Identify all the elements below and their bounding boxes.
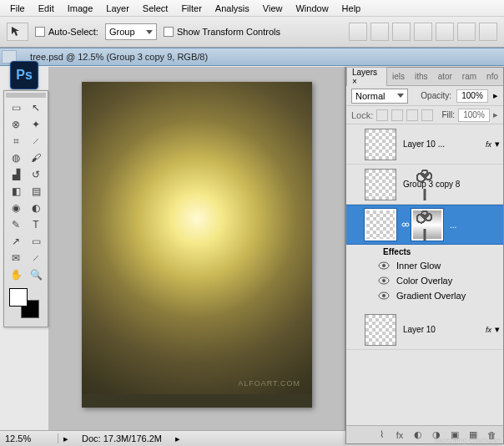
link-layers-icon[interactable]: ⌇ xyxy=(375,428,388,442)
tab-info[interactable]: nfo xyxy=(481,72,503,81)
menu-file[interactable]: File xyxy=(3,3,32,13)
chevron-down-icon[interactable]: ▾ xyxy=(493,324,501,335)
lock-pixels-icon[interactable] xyxy=(391,109,403,121)
svg-point-5 xyxy=(382,279,386,282)
menu-select[interactable]: Select xyxy=(136,3,175,13)
slice-tool-icon[interactable]: ⟋ xyxy=(26,133,46,150)
layer-list: Layer 10 ... fx ▾ Group 3 copy 8 ... Eff… xyxy=(346,124,503,425)
align-icon[interactable] xyxy=(370,23,389,41)
group-select[interactable]: Group xyxy=(105,23,157,40)
eye-icon[interactable] xyxy=(378,260,390,271)
heal-tool-icon[interactable]: ◍ xyxy=(6,150,26,166)
layer-name[interactable]: Layer 10 ... xyxy=(400,139,484,149)
effect-row[interactable]: Color Overlay xyxy=(346,273,503,288)
menu-help[interactable]: Help xyxy=(335,3,368,13)
marquee-tool-icon[interactable]: ▭ xyxy=(6,99,26,116)
blend-mode-select[interactable]: Normal xyxy=(351,89,408,104)
tab-navigator[interactable]: ator xyxy=(433,72,457,81)
gradient-tool-icon[interactable]: ▤ xyxy=(26,183,46,200)
layer-row-selected[interactable]: ... xyxy=(346,205,503,245)
notes-tool-icon[interactable]: ✉ xyxy=(6,250,26,266)
lasso-tool-icon[interactable]: ⊗ xyxy=(6,116,26,133)
menu-filter[interactable]: Filter xyxy=(174,3,208,13)
eye-icon[interactable] xyxy=(378,275,390,286)
crop-tool-icon[interactable]: ⌗ xyxy=(6,133,26,150)
lock-position-icon[interactable] xyxy=(406,109,418,121)
show-transform-checkbox[interactable] xyxy=(164,27,174,37)
menu-edit[interactable]: Edit xyxy=(32,3,61,13)
show-transform-label: Show Transform Controls xyxy=(177,27,280,37)
layer-row[interactable]: Layer 10 fx ▾ xyxy=(346,310,503,350)
tab-paths[interactable]: iths xyxy=(410,72,433,81)
opacity-field[interactable]: 100% xyxy=(456,89,488,103)
visibility-toggle[interactable] xyxy=(349,139,360,150)
eraser-tool-icon[interactable]: ◧ xyxy=(6,183,26,200)
align-icon[interactable] xyxy=(414,23,432,41)
history-brush-icon[interactable]: ↺ xyxy=(26,166,46,183)
align-icon[interactable] xyxy=(392,23,411,41)
zoom-tool-icon[interactable]: 🔍 xyxy=(26,266,46,283)
status-menu-icon[interactable]: ▸ xyxy=(170,433,185,444)
fill-field[interactable]: 100% xyxy=(458,109,490,122)
tab-layers[interactable]: Layers × xyxy=(346,67,387,86)
layer-row[interactable]: Group 3 copy 8 xyxy=(346,165,503,205)
move-tool-icon[interactable] xyxy=(7,23,28,41)
align-icon[interactable] xyxy=(349,23,367,41)
type-tool-icon[interactable]: T xyxy=(26,216,46,233)
menu-view[interactable]: View xyxy=(256,3,290,13)
document-canvas[interactable]: ALFOART.COM xyxy=(82,82,312,408)
layer-thumbnail[interactable] xyxy=(365,129,396,160)
align-icon[interactable] xyxy=(457,23,476,41)
wand-tool-icon[interactable]: ✦ xyxy=(26,116,46,133)
layer-thumbnail[interactable] xyxy=(365,169,396,200)
auto-select-option[interactable]: Auto-Select: xyxy=(35,27,98,37)
eyedropper-tool-icon[interactable]: ⟋ xyxy=(26,250,46,266)
hand-tool-icon[interactable]: ✋ xyxy=(6,266,26,283)
blur-tool-icon[interactable]: ◉ xyxy=(6,200,26,216)
chevron-down-icon[interactable]: ▾ xyxy=(493,139,501,150)
new-layer-icon[interactable]: ▦ xyxy=(466,428,480,442)
layer-mask-icon[interactable]: ◐ xyxy=(411,428,425,442)
zoom-field[interactable]: 12.5% xyxy=(0,433,58,443)
layer-thumbnail[interactable] xyxy=(365,209,396,241)
fill-arrow-icon[interactable]: ▸ xyxy=(493,109,498,120)
layer-thumbnail[interactable] xyxy=(365,314,396,346)
pen-tool-icon[interactable]: ✎ xyxy=(6,216,26,233)
visibility-toggle[interactable] xyxy=(349,324,360,336)
shape-tool-icon[interactable]: ▭ xyxy=(26,233,46,250)
group-icon[interactable]: ▣ xyxy=(448,428,461,442)
tab-histogram[interactable]: ram xyxy=(457,72,481,81)
menu-analysis[interactable]: Analysis xyxy=(209,3,256,13)
layers-panel: Layers × iels iths ator ram nfo Normal O… xyxy=(345,67,504,444)
auto-select-checkbox[interactable] xyxy=(35,27,45,37)
opacity-arrow-icon[interactable]: ▸ xyxy=(493,90,498,101)
layer-name[interactable]: Layer 10 xyxy=(400,325,484,334)
stamp-tool-icon[interactable]: ▟ xyxy=(6,166,26,183)
layer-row[interactable]: Layer 10 ... fx ▾ xyxy=(346,124,503,165)
brush-tool-icon[interactable]: 🖌 xyxy=(26,150,46,166)
adjustment-layer-icon[interactable]: ◑ xyxy=(430,428,443,442)
align-icon[interactable] xyxy=(436,23,454,41)
menu-image[interactable]: Image xyxy=(61,3,100,13)
status-arrow-icon[interactable]: ▸ xyxy=(58,433,73,444)
lock-all-icon[interactable] xyxy=(421,109,433,121)
tab-channels[interactable]: iels xyxy=(387,72,410,81)
panel-tabs: Layers × iels iths ator ram nfo xyxy=(346,68,503,86)
move-tool-icon[interactable]: ↖ xyxy=(26,99,46,116)
menu-layer[interactable]: Layer xyxy=(99,3,136,13)
trash-icon[interactable]: 🗑 xyxy=(485,428,498,442)
menu-window[interactable]: Window xyxy=(289,3,335,13)
dodge-tool-icon[interactable]: ◐ xyxy=(26,200,46,216)
canvas-content xyxy=(82,82,312,394)
eye-icon[interactable] xyxy=(378,290,390,302)
foreground-color-swatch[interactable] xyxy=(9,288,28,307)
toolbox-grip[interactable] xyxy=(6,93,46,98)
show-transform-option[interactable]: Show Transform Controls xyxy=(164,27,280,37)
align-icon[interactable] xyxy=(479,23,497,41)
effect-row[interactable]: Inner Glow xyxy=(346,258,503,273)
document-tab-strip: _tree.psd @ 12.5% (Group 3 copy 9, RGB/8… xyxy=(0,48,504,66)
path-tool-icon[interactable]: ↗ xyxy=(6,233,26,250)
effect-row[interactable]: Gradient Overlay xyxy=(346,288,503,303)
layer-style-icon[interactable]: fx xyxy=(393,428,406,442)
lock-transparency-icon[interactable] xyxy=(376,109,388,121)
